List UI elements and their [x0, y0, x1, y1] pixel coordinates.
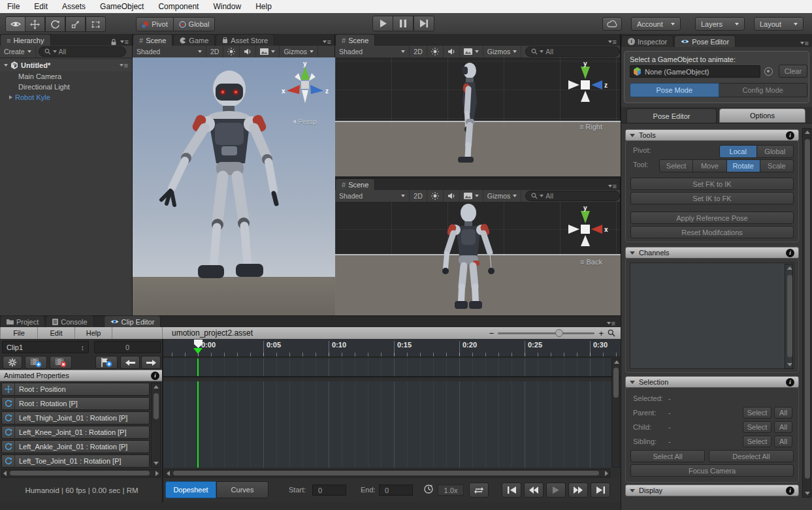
2d-toggle[interactable]: 2D: [410, 190, 427, 202]
scale-tool-button[interactable]: [65, 16, 86, 32]
rect-tool-button[interactable]: [86, 16, 106, 32]
clip-selector-dropdown[interactable]: Clip1 ↕: [2, 341, 89, 353]
audio-toggle[interactable]: [444, 46, 460, 57]
robot-model-side[interactable]: [454, 61, 485, 166]
playhead-marker[interactable]: [193, 348, 203, 354]
tab-clip-editor[interactable]: Clip Editor: [104, 315, 161, 327]
scroll-up-icon[interactable]: [614, 360, 619, 364]
menu-assets[interactable]: Assets: [55, 2, 93, 11]
lock-icon[interactable]: [110, 39, 117, 46]
view-orientation-label[interactable]: ≡ Right: [579, 123, 602, 131]
hierarchy-search-input[interactable]: All: [39, 46, 126, 57]
sibling-select-button[interactable]: Select: [743, 436, 771, 447]
scroll-thumb[interactable]: [10, 471, 150, 475]
tab-hierarchy[interactable]: ≡ Hierarchy: [0, 34, 51, 46]
robot-model-front[interactable]: [152, 65, 296, 307]
tool-move-button[interactable]: Move: [692, 159, 726, 172]
scroll-left-icon[interactable]: [3, 471, 7, 476]
tab-console[interactable]: Console: [46, 315, 93, 327]
clip-menu-help[interactable]: Help: [75, 327, 112, 339]
scroll-thumb[interactable]: [173, 471, 599, 475]
skip-to-start-button[interactable]: [502, 483, 521, 498]
clip-menu-edit[interactable]: Edit: [38, 327, 75, 339]
cloud-button[interactable]: [602, 17, 622, 31]
property-row-root-rotation[interactable]: Root : Rotation [P]: [1, 397, 150, 410]
info-icon[interactable]: i: [786, 486, 794, 495]
menu-component[interactable]: Component: [151, 2, 206, 11]
scroll-thumb[interactable]: [787, 275, 792, 357]
shading-mode-dropdown[interactable]: Shaded: [335, 46, 410, 57]
effects-dropdown[interactable]: [460, 46, 483, 57]
tab-scene[interactable]: # Scene: [335, 178, 375, 190]
expand-arrow-icon[interactable]: [9, 95, 12, 99]
hierarchy-item-main-camera[interactable]: Main Camera: [0, 71, 132, 82]
child-select-button[interactable]: Select: [743, 421, 771, 433]
subtab-pose-editor[interactable]: Pose Editor: [626, 108, 717, 123]
dopesheet-grid[interactable]: [163, 381, 621, 468]
property-row-left-knee[interactable]: Left_Knee_Joint_01 : Rotation [P]: [1, 426, 150, 439]
gizmos-dropdown[interactable]: Gizmos: [280, 46, 318, 57]
play-animation-button[interactable]: [546, 483, 566, 498]
tab-scene[interactable]: # Scene: [133, 34, 172, 46]
rewind-button[interactable]: [524, 483, 544, 498]
scroll-up-icon[interactable]: [154, 385, 159, 389]
gameobject-field[interactable]: None (GameObject): [630, 65, 760, 78]
axis-gizmo-back-view[interactable]: y x: [562, 206, 609, 253]
gizmos-dropdown[interactable]: Gizmos: [483, 46, 522, 57]
deselect-all-button[interactable]: Deselect All: [709, 450, 794, 462]
menu-gameobject[interactable]: GameObject: [93, 2, 151, 11]
scroll-right-icon[interactable]: [605, 471, 608, 476]
select-all-button[interactable]: Select All: [630, 450, 705, 462]
pane-menu-icon[interactable]: ≡: [608, 38, 620, 46]
end-input[interactable]: 0: [379, 485, 413, 496]
delete-clip-button[interactable]: [50, 356, 72, 369]
scroll-right-icon[interactable]: [155, 471, 159, 476]
focus-camera-button[interactable]: Focus Camera: [630, 464, 794, 477]
info-icon[interactable]: i: [786, 378, 794, 387]
settings-button[interactable]: [3, 356, 22, 369]
channels-list[interactable]: [630, 263, 794, 369]
global-toggle-button[interactable]: Global: [173, 17, 215, 31]
hierarchy-item-robot-kyle[interactable]: Robot Kyle: [0, 92, 132, 103]
move-tool-button[interactable]: [25, 16, 45, 32]
expand-arrow-icon[interactable]: [4, 64, 8, 67]
reset-modifications-button[interactable]: Reset Modifcations: [630, 226, 794, 238]
gizmos-dropdown[interactable]: Gizmos: [483, 190, 522, 202]
playhead-flag[interactable]: [194, 340, 203, 349]
tool-scale-button[interactable]: Scale: [760, 159, 794, 172]
scene-search-input[interactable]: All: [525, 191, 620, 201]
tools-section-header[interactable]: Tools i: [625, 129, 799, 141]
step-button[interactable]: [414, 16, 434, 31]
scroll-up-icon[interactable]: [787, 266, 792, 270]
pane-menu-icon[interactable]: ≡: [608, 182, 620, 190]
channels-section-header[interactable]: Channels i: [625, 247, 799, 259]
frame-number-field[interactable]: 0: [94, 341, 161, 353]
info-icon[interactable]: i: [786, 249, 794, 257]
clear-button[interactable]: Clear: [779, 65, 807, 78]
property-row-root-position[interactable]: Root : Position: [1, 383, 150, 396]
lighting-toggle[interactable]: [427, 46, 444, 57]
scene-search-input[interactable]: All: [525, 46, 620, 57]
scroll-thumb[interactable]: [154, 393, 159, 419]
audio-toggle[interactable]: [240, 46, 256, 57]
scene-viewport-right[interactable]: y z ≡ Right: [335, 57, 621, 176]
scroll-thumb[interactable]: [805, 139, 810, 479]
pane-menu-icon[interactable]: ≡: [323, 38, 334, 46]
add-clip-button[interactable]: [25, 356, 47, 369]
dopesheet-master-row[interactable]: [163, 359, 621, 377]
audio-toggle[interactable]: [444, 190, 460, 202]
scroll-thumb[interactable]: [613, 368, 619, 398]
tab-asset-store[interactable]: Asset Store: [216, 34, 274, 46]
timeline-vscrollbar[interactable]: [611, 359, 620, 468]
account-dropdown[interactable]: Account: [631, 17, 681, 31]
2d-toggle[interactable]: 2D: [410, 46, 427, 57]
scene-viewport-perspective[interactable]: y x z Persp: [133, 57, 335, 315]
property-row-left-ankle[interactable]: Left_Ankle_Joint_01 : Rotation [P]: [1, 440, 150, 453]
play-button[interactable]: [372, 16, 393, 31]
pose-mode-button[interactable]: Pose Mode: [630, 83, 719, 97]
config-mode-button[interactable]: Config Mode: [719, 83, 808, 97]
set-fk-to-ik-button[interactable]: Set FK to IK: [630, 178, 794, 190]
menu-file[interactable]: File: [0, 2, 27, 11]
tab-scene[interactable]: # Scene: [335, 34, 375, 46]
pane-menu-icon[interactable]: ≡: [800, 39, 812, 47]
